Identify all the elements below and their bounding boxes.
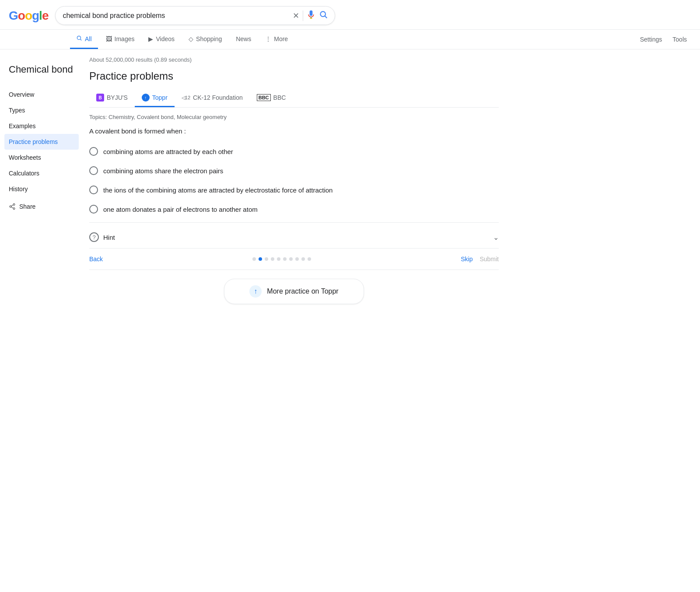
- tab-more-label: More: [274, 35, 288, 42]
- videos-tab-icon: ▶: [148, 35, 153, 42]
- content: About 52,000,000 results (0.89 seconds) …: [79, 56, 499, 592]
- byjus-logo: B: [96, 94, 104, 102]
- back-button[interactable]: Back: [89, 256, 103, 263]
- source-tab-ck12[interactable]: ◁12 CK-12 Foundation: [175, 90, 250, 107]
- shopping-tab-icon: ◇: [189, 35, 193, 42]
- google-logo: Google: [9, 9, 48, 23]
- share-button[interactable]: Share: [9, 199, 79, 214]
- option-1-label: combining atoms are attracted by each ot…: [103, 148, 233, 155]
- nav-row: Back Skip Submit: [89, 249, 499, 270]
- nav-dot-3[interactable]: [271, 257, 274, 261]
- skip-button[interactable]: Skip: [461, 256, 472, 263]
- nav-right: Skip Submit: [461, 256, 499, 263]
- option-4-label: one atom donates a pair of electrons to …: [103, 206, 258, 213]
- ck12-logo: ◁12: [182, 95, 190, 101]
- tabs-bar: All 🖼 Images ▶ Videos ◇ Shopping News ⋮ …: [0, 30, 700, 49]
- tools-tab[interactable]: Tools: [668, 31, 691, 48]
- topics: Topics: Chemistry, Covalent bond, Molecu…: [89, 108, 499, 126]
- nav-dot-9[interactable]: [308, 257, 311, 261]
- svg-point-8: [13, 207, 15, 209]
- tab-news-label: News: [236, 35, 251, 42]
- tab-images-label: Images: [115, 35, 135, 42]
- sidebar-item-practice-problems[interactable]: Practice problems: [4, 134, 79, 150]
- divider-1: [89, 222, 499, 223]
- results-count: About 52,000,000 results (0.89 seconds): [89, 56, 499, 63]
- toppr-circle-icon: ↑: [249, 285, 262, 298]
- header: Google ✕: [0, 0, 700, 30]
- toppr-logo: ↑: [142, 94, 150, 102]
- option-2[interactable]: combining atoms share the electron pairs: [89, 161, 499, 180]
- hint-icon: ?: [89, 232, 99, 242]
- more-practice-label: More practice on Toppr: [267, 287, 338, 295]
- hint-label: Hint: [103, 234, 115, 241]
- svg-line-3: [325, 16, 327, 18]
- sidebar-item-worksheets[interactable]: Worksheets: [9, 150, 79, 165]
- question-text: A covalent bond is formed when :: [89, 126, 499, 135]
- svg-line-10: [11, 205, 14, 206]
- source-tab-bbc[interactable]: BBC BBC: [250, 90, 293, 107]
- sidebar-item-overview[interactable]: Overview: [9, 87, 79, 102]
- option-4[interactable]: one atom donates a pair of electrons to …: [89, 200, 499, 219]
- option-1[interactable]: combining atoms are attracted by each ot…: [89, 142, 499, 161]
- nav-dot-6[interactable]: [289, 257, 293, 261]
- hint-row[interactable]: ? Hint ⌄: [89, 226, 499, 249]
- tab-shopping[interactable]: ◇ Shopping: [182, 30, 228, 49]
- nav-dot-2[interactable]: [265, 257, 268, 261]
- tab-images[interactable]: 🖼 Images: [100, 30, 141, 49]
- images-tab-icon: 🖼: [106, 35, 112, 42]
- svg-point-7: [10, 206, 11, 207]
- tab-more[interactable]: ⋮ More: [259, 30, 294, 49]
- option-3[interactable]: the ions of the combining atoms are attr…: [89, 180, 499, 200]
- source-tab-byjus[interactable]: B BYJU'S: [89, 89, 135, 107]
- sidebar-item-types[interactable]: Types: [9, 102, 79, 118]
- tab-news[interactable]: News: [230, 30, 257, 49]
- nav-dot-7[interactable]: [295, 257, 299, 261]
- nav-dot-4[interactable]: [277, 257, 280, 261]
- source-tab-toppr-label: Toppr: [152, 94, 168, 101]
- more-practice-button[interactable]: ↑ More practice on Toppr: [224, 279, 364, 304]
- search-bar: ✕: [55, 6, 335, 25]
- tab-videos[interactable]: ▶ Videos: [142, 30, 181, 49]
- radio-1: [89, 147, 98, 156]
- section-title: Practice problems: [89, 70, 499, 82]
- source-tab-byjus-label: BYJU'S: [107, 94, 128, 101]
- hint-left: ? Hint: [89, 232, 115, 242]
- search-input[interactable]: [63, 12, 289, 20]
- option-2-label: combining atoms share the electron pairs: [103, 167, 223, 175]
- option-3-label: the ions of the combining atoms are attr…: [103, 186, 332, 194]
- search-tab-icon: [76, 35, 82, 42]
- more-practice-row: ↑ More practice on Toppr: [89, 270, 499, 311]
- svg-line-5: [80, 39, 82, 41]
- nav-dot-5[interactable]: [283, 257, 287, 261]
- share-icon: [9, 203, 16, 210]
- more-tab-icon: ⋮: [265, 35, 271, 42]
- sidebar-item-history[interactable]: History: [9, 181, 79, 197]
- svg-point-6: [13, 203, 15, 205]
- tab-shopping-label: Shopping: [196, 35, 222, 42]
- mic-icon[interactable]: [307, 10, 315, 21]
- share-label: Share: [19, 203, 35, 210]
- radio-3: [89, 186, 98, 194]
- tabs-right: Settings Tools: [636, 31, 691, 48]
- source-tab-bbc-label: BBC: [273, 94, 286, 101]
- settings-tab[interactable]: Settings: [636, 31, 667, 48]
- source-tab-toppr[interactable]: ↑ Toppr: [135, 89, 175, 107]
- nav-dot-8[interactable]: [301, 257, 305, 261]
- source-tab-ck12-label: CK-12 Foundation: [193, 94, 243, 101]
- radio-2: [89, 166, 98, 175]
- sidebar-item-examples[interactable]: Examples: [9, 118, 79, 134]
- svg-point-2: [321, 11, 326, 17]
- nav-dot-0[interactable]: [252, 257, 256, 261]
- sidebar-item-calculators[interactable]: Calculators: [9, 165, 79, 181]
- tab-all-label: All: [85, 35, 92, 42]
- sidebar-title: Chemical bond: [9, 63, 79, 76]
- tab-all[interactable]: All: [70, 30, 98, 49]
- search-icon[interactable]: [319, 10, 328, 21]
- clear-icon[interactable]: ✕: [293, 11, 299, 21]
- nav-dot-1[interactable]: [259, 257, 262, 261]
- svg-line-9: [11, 207, 14, 208]
- tab-videos-label: Videos: [156, 35, 175, 42]
- radio-4: [89, 205, 98, 214]
- submit-button: Submit: [480, 256, 499, 263]
- nav-dots: [252, 257, 311, 261]
